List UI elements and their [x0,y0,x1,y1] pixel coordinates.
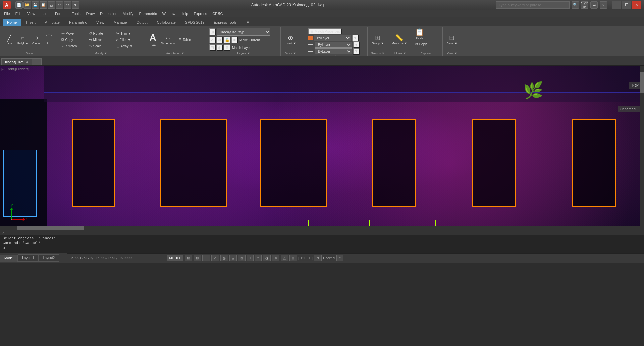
saveas-btn[interactable]: 📋 [40,1,47,9]
settings-btn[interactable]: ⚙ [314,255,322,261]
dynucs-btn[interactable]: ⊠ [238,255,246,261]
move-btn[interactable]: ⊹ Move [60,30,87,36]
copy-clipboard-btn[interactable]: ⧉ Copy [414,41,440,47]
tab-annotate[interactable]: Annotate [41,19,64,26]
menu-spds[interactable]: СПДС [210,11,225,16]
doc-tab-close[interactable]: ✕ [25,60,28,64]
menu-file[interactable]: File [1,11,13,16]
copy-btn[interactable]: ⧉ Copy [60,37,87,43]
tab-express-tools[interactable]: Express Tools [209,19,241,26]
snap-btn[interactable]: ⊟ [194,255,201,261]
sign-in-btn[interactable]: Sign In [581,1,588,9]
polar-btn[interactable]: ∠ [211,255,219,261]
mirror-btn[interactable]: ⇔ Mirror [88,37,114,43]
array-btn[interactable]: ⊞ Array ▼ [115,43,142,49]
restore-btn[interactable]: ⧠ [622,1,631,9]
horizontal-scrollbar[interactable] [0,226,640,230]
search-btn[interactable]: 🔍 [572,1,579,9]
new-btn[interactable]: 📄 [15,1,23,9]
layer-walk-btn[interactable]: ⊠ [224,44,230,51]
cmd-collapse-handle[interactable]: ✕ [0,230,644,235]
color-dropdown-arrow[interactable]: ▼ [352,35,359,41]
base-view-btn[interactable]: ⊟ Base ▼ [445,30,459,49]
linetype-dropdown-arrow[interactable]: ▼ [353,41,360,48]
stretch-btn[interactable]: ↔ Stretch [60,43,87,49]
color-dropdown[interactable]: ByLayer [314,35,351,41]
linetype-dropdown[interactable]: ByLayer [315,42,352,48]
osnap-btn[interactable]: ◎ [220,255,228,261]
tab-more[interactable]: ▼ [242,19,254,26]
otrack-btn[interactable]: △ [229,255,237,261]
open-btn[interactable]: 📂 [23,1,31,9]
tab-output[interactable]: Output [132,19,152,26]
ortho-btn[interactable]: ⊥ [202,255,210,261]
menu-help[interactable]: Help [178,11,191,16]
help-btn[interactable]: ? [600,1,607,9]
close-btn[interactable]: ✕ [632,1,641,9]
match-layer-icon[interactable]: ⊟ [209,44,216,51]
text-btn[interactable]: A Text [147,30,159,49]
model-tab[interactable]: Model [0,255,18,262]
lock-btn[interactable]: 🔒 [224,37,230,43]
menu-edit[interactable]: Edit [13,11,24,16]
menu-window[interactable]: Window [160,11,178,16]
redo-btn[interactable]: ↪ [64,1,71,9]
layer-dropdown[interactable]: Фасад.Контур [217,28,270,36]
tab-insert[interactable]: Insert [22,19,40,26]
command-input[interactable] [6,246,641,250]
menu-express[interactable]: Express [191,11,210,16]
3d-osnap-btn[interactable]: △ [281,255,288,261]
tab-parametric[interactable]: Parametric [65,19,91,26]
add-layout-btn[interactable]: + [59,255,66,262]
v-scrollbar-thumb[interactable] [640,72,644,93]
arc-btn[interactable]: ⌒ Arc [43,30,55,49]
lineweight-dropdown-arrow[interactable]: ▼ [353,48,360,55]
rotate-btn[interactable]: ↻ Rotate [88,30,114,36]
color-btn[interactable]: ■ [231,37,238,43]
layer-props-btn[interactable]: ⊞ [209,28,216,35]
menu-draw[interactable]: Draw [83,11,97,16]
sel-cycle-btn[interactable]: ⊕ [272,255,279,261]
freeze-btn[interactable]: ❄ [216,37,223,43]
table-btn[interactable]: ⊞ Table [177,37,204,43]
doc-tab-fasad[interactable]: Фасад_02* ✕ [1,58,32,65]
layout1-tab[interactable]: Layout1 [18,254,39,262]
qat-more[interactable]: ▼ [72,1,79,9]
vertical-scrollbar[interactable] [640,66,644,230]
menu-view[interactable]: View [24,11,38,16]
doc-tab-add[interactable]: + [32,58,41,65]
dyn-btn[interactable]: + [247,255,254,261]
print-btn[interactable]: 🖨 [48,1,55,9]
insert-btn[interactable]: ⊕ Insert ▼ [283,30,298,49]
keyword-search[interactable] [496,1,570,9]
menu-insert[interactable]: Insert [38,11,52,16]
undo-btn[interactable]: ↩ [56,1,63,9]
grid-btn[interactable]: ⊞ [185,255,192,261]
fillet-btn[interactable]: ⌐ Fillet ▼ [115,37,142,43]
group-btn[interactable]: ⊞ Group ▼ [370,30,385,49]
transparency-btn[interactable]: ◑ [263,255,271,261]
tab-spds2019[interactable]: SPDS 2019 [181,19,209,26]
tab-view[interactable]: View [92,19,109,26]
menu-dimension[interactable]: Dimension [97,11,120,16]
layout2-tab[interactable]: Layout2 [39,254,59,262]
h-scrollbar-thumb[interactable] [17,226,84,230]
lineweight-dropdown[interactable]: ByLayer [315,48,352,54]
menu-tools[interactable]: Tools [69,11,84,16]
match-properties-btn[interactable]: ⊟ Match Properties [308,28,342,34]
dynconstraint-btn[interactable]: ⊟ [289,255,297,261]
model-status-btn[interactable]: MODEL [167,255,183,261]
polyline-btn[interactable]: ⌐ Polyline [16,30,30,49]
tab-home[interactable]: Home [3,19,21,26]
circle-btn[interactable]: ○ Circle [30,30,42,49]
minimize-btn[interactable]: − [612,1,621,9]
dimension-btn[interactable]: ↔ Dimension [160,30,177,49]
menu-format[interactable]: Format [52,11,69,16]
paste-btn[interactable]: 📋 Paste [414,28,426,40]
lw-btn[interactable]: ≡ [255,255,262,261]
line-btn[interactable]: ╱ Line [3,30,15,49]
layer-iso-btn[interactable]: ◎ [216,44,223,51]
scale-btn[interactable]: ⤡ Scale [88,43,114,49]
exchange-btn[interactable]: ⇄ [590,1,598,9]
customize-btn[interactable]: ≡ [336,255,343,261]
